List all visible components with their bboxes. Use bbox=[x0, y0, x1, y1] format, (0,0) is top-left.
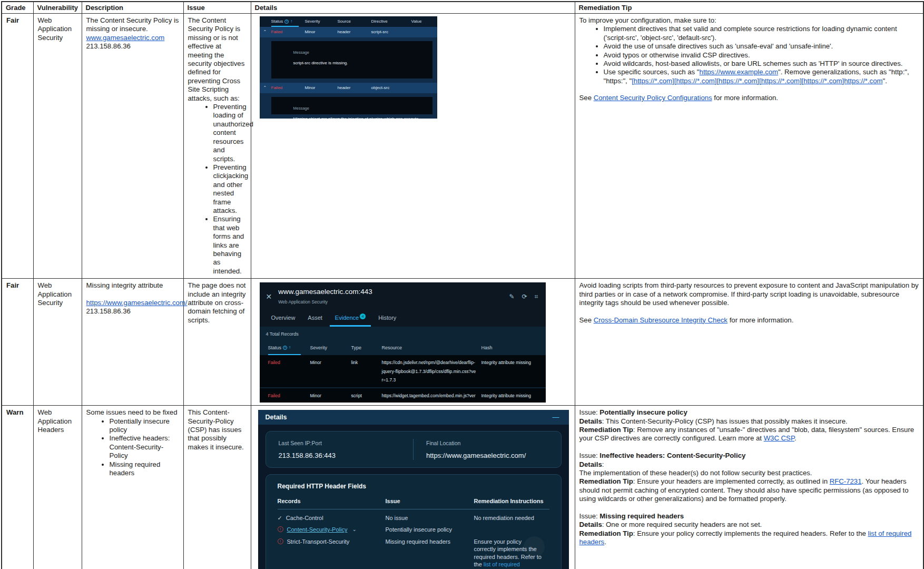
text-run: Details bbox=[579, 460, 602, 468]
tab-evidence[interactable]: Evidence4 bbox=[330, 311, 371, 327]
expanded-message-panel: Message Missing object-src allows the in… bbox=[260, 93, 437, 119]
description-cell: Missing integrity attribute https://www.… bbox=[82, 279, 183, 406]
bullet-item: Ineffective headers: Content-Security-Po… bbox=[110, 434, 179, 460]
panel-title-bar: ✕ www.gamesaelectric.com:443 Web Applica… bbox=[260, 282, 546, 307]
target-ip: 213.158.86.36 bbox=[86, 42, 179, 51]
header-field-name: Cache-Control bbox=[286, 514, 323, 522]
issue-cell: The page does not include an integrity a… bbox=[183, 279, 251, 406]
collapse-icon[interactable]: ⌃ bbox=[260, 84, 267, 92]
evidence-hash: Integrity attribute missing bbox=[481, 358, 546, 384]
text-run: See bbox=[579, 316, 594, 324]
inline-link[interactable]: W3C CSP bbox=[764, 434, 794, 442]
tab-asset[interactable]: Asset bbox=[302, 311, 328, 327]
directive-value: script-src bbox=[371, 27, 411, 37]
evidence-severity: Minor bbox=[310, 358, 351, 384]
text-run: Use specific sources, such as " bbox=[604, 68, 700, 76]
bullet-item: Use specific sources, such as "https://w… bbox=[604, 68, 919, 85]
table-header-row: Grade Vulnerability Description Issue De… bbox=[2, 2, 923, 14]
remediation-paragraph: Avoid loading scripts from third-party r… bbox=[579, 281, 919, 307]
header-field-issue: No issue bbox=[386, 514, 474, 522]
vulnerability-report-table: Grade Vulnerability Description Issue De… bbox=[1, 1, 924, 569]
status-column-header[interactable]: Status ? ↑ bbox=[268, 344, 310, 352]
evidence-severity: Minor bbox=[310, 391, 351, 403]
inline-link[interactable]: [https://*.com][https://*.com][https://*… bbox=[632, 77, 882, 85]
evidence-row-script-src[interactable]: ⌃ Failed Minor header script-src bbox=[260, 27, 437, 37]
chevron-down-icon[interactable]: ⌄ bbox=[352, 526, 356, 534]
status-column-header[interactable]: Status ? ↑ bbox=[271, 16, 305, 27]
bullet-item: Missing required headers bbox=[110, 460, 179, 478]
evidence-resource: https://widget.tagembed.com/embed.min.js… bbox=[382, 391, 481, 403]
edit-icon[interactable]: ✎ bbox=[509, 292, 515, 301]
evidence-row[interactable]: FailedMinorlinkhttps://cdn.jsdelivr.net/… bbox=[260, 355, 546, 387]
bullet-item: Ensuring that web forms and links are be… bbox=[213, 215, 247, 276]
tab-history[interactable]: History bbox=[373, 311, 401, 327]
panel-tabs: OverviewAssetEvidence4History bbox=[260, 307, 546, 327]
target-url-link[interactable]: www.gamesaelectric.com bbox=[86, 34, 165, 42]
remediation-paragraph: Remediation Tip: Ensure your headers are… bbox=[579, 477, 919, 503]
text-run: See bbox=[579, 94, 594, 102]
header-field-row: !Strict-Transport-SecurityMissing requir… bbox=[278, 535, 549, 569]
remediation-cell: Avoid loading scripts from third-party r… bbox=[575, 279, 923, 406]
refresh-icon[interactable]: ⟳ bbox=[522, 292, 527, 301]
text-run: ". bbox=[883, 77, 887, 85]
col-header-vulnerability: Vulnerability bbox=[33, 2, 82, 14]
collapse-icon[interactable]: ⌃ bbox=[260, 28, 267, 36]
final-location-label: Final Location bbox=[426, 439, 548, 447]
details-cell: ✕ www.gamesaelectric.com:443 Web Applica… bbox=[251, 279, 575, 406]
inline-link[interactable]: RFC-7231 bbox=[830, 477, 862, 485]
evidence-resource: https://cdn.jsdelivr.net/npm/@dearhive/d… bbox=[382, 358, 481, 384]
source-value: header bbox=[338, 27, 371, 37]
final-location-value: https://www.gamesaelectric.com/ bbox=[426, 452, 548, 460]
issue-cell: This Content-Security-Policy (CSP) has i… bbox=[183, 406, 251, 569]
target-url-link[interactable]: https://www.gamesaelectric.com/ bbox=[86, 299, 188, 307]
text-run: : bbox=[602, 460, 604, 468]
target-ip: 213.158.86.36 bbox=[86, 307, 179, 316]
evidence-table-header: Status ? ↑ Severity Source Directive Val… bbox=[260, 16, 437, 27]
tab-overview[interactable]: Overview bbox=[266, 311, 301, 327]
close-icon[interactable]: ✕ bbox=[266, 292, 272, 301]
message-label: Message bbox=[293, 104, 427, 113]
description-bullet-list: Potentially insecure policyIneffective h… bbox=[86, 417, 179, 478]
header-field-issue: Potentially insecure policy bbox=[386, 526, 474, 534]
remediation-paragraph: The implementation of these header(s) do… bbox=[579, 469, 919, 477]
inline-link[interactable]: Content Security Policy Configurations bbox=[594, 94, 712, 102]
status-column-label: Status bbox=[268, 344, 282, 352]
text-run: : One or more required security headers … bbox=[602, 521, 762, 528]
grade-cell: Fair bbox=[2, 14, 33, 279]
issue-bullet-list: Preventing loading of unauthorized conte… bbox=[188, 103, 247, 276]
chevron-column bbox=[260, 16, 271, 27]
expanded-message-panel: Message script-src directive is missing. bbox=[260, 37, 437, 83]
bullet-item: Implement directives that set valid and … bbox=[604, 25, 919, 42]
panel-title: www.gamesaelectric.com:443 bbox=[278, 288, 372, 296]
header-field-link[interactable]: Content-Security-Policy bbox=[287, 526, 348, 534]
records-count: 4 Total Records bbox=[260, 327, 546, 341]
status-column-label: Status bbox=[271, 17, 283, 26]
issue-text: The page does not include an integrity a… bbox=[188, 281, 247, 325]
alert-icon: ! bbox=[278, 538, 283, 544]
sort-ascending-icon[interactable]: ↑ bbox=[289, 344, 291, 352]
severity-column-header: Severity bbox=[310, 344, 351, 352]
description-text: Some issues need to be fixed bbox=[86, 408, 179, 417]
bullet-item: Avoid the use of unsafe directives such … bbox=[604, 42, 919, 51]
header-fields-table-header: Records Issue Remediation Instructions bbox=[278, 497, 549, 509]
details-panel-screenshot: Details — Last Seen IP:Port 213.158.86.3… bbox=[258, 410, 569, 569]
minimize-icon[interactable]: — bbox=[553, 413, 559, 421]
location-card: Last Seen IP:Port 213.158.86.36:443 Fina… bbox=[266, 431, 562, 468]
remediation-paragraph: Remediation Tip: Remove any instances of… bbox=[579, 426, 919, 443]
evidence-hash: Integrity attribute missing bbox=[481, 391, 546, 403]
bullet-item: Potentially insecure policy bbox=[110, 417, 179, 435]
watermark-circle bbox=[524, 536, 545, 557]
evidence-row-object-src[interactable]: ⌃ Failed Minor header object-src bbox=[260, 83, 437, 93]
tab-label: History bbox=[378, 315, 396, 321]
inline-link[interactable]: Cross-Domain Subresource Integrity Check bbox=[594, 316, 728, 324]
tags-icon[interactable]: ⌗ bbox=[535, 292, 538, 301]
severity-column-header: Severity bbox=[305, 16, 338, 27]
evidence-row[interactable]: FailedMinorscripthttps://widget.tagembed… bbox=[260, 388, 546, 403]
sort-ascending-icon[interactable]: ↑ bbox=[290, 17, 292, 26]
message-box: Message Missing object-src allows the in… bbox=[271, 97, 432, 114]
text-run: : Ensure your headers are implemented co… bbox=[633, 477, 830, 485]
remediation-paragraph: Details: bbox=[579, 460, 919, 469]
severity-value: Minor bbox=[305, 83, 338, 93]
remediation-intro: To improve your configuration, make sure… bbox=[579, 16, 919, 25]
inline-link[interactable]: https://www.example.com bbox=[700, 68, 779, 76]
